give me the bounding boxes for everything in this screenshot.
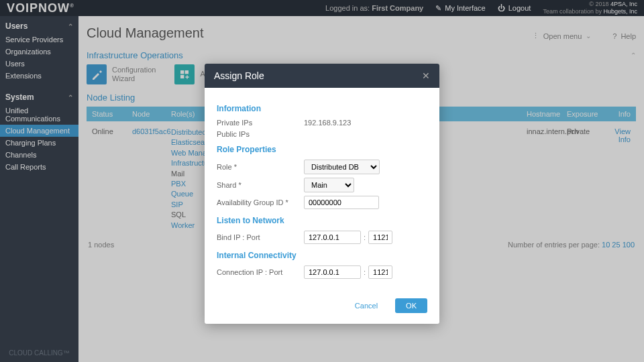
conn-ip-input[interactable] bbox=[304, 265, 361, 279]
label-bind-ip: Bind IP : Port bbox=[217, 233, 304, 241]
shard-select[interactable]: Main bbox=[304, 178, 354, 192]
label-public-ips: Public IPs bbox=[217, 130, 304, 138]
conn-port-input[interactable] bbox=[368, 265, 392, 279]
modal-title: Assign Role bbox=[214, 70, 264, 81]
label-conn-ip: Connection IP : Port bbox=[217, 268, 304, 276]
section-internal: Internal Connectivity bbox=[217, 251, 427, 260]
label-shard: Shard * bbox=[217, 181, 304, 189]
section-role-props: Role Properties bbox=[217, 145, 427, 154]
avail-group-input[interactable] bbox=[304, 196, 379, 209]
bind-ip-input[interactable] bbox=[304, 231, 361, 244]
modal-overlay: Assign Role ✕ Information Private IPs192… bbox=[0, 0, 644, 362]
section-information: Information bbox=[217, 104, 427, 113]
ok-button[interactable]: OK bbox=[395, 298, 427, 313]
bind-port-input[interactable] bbox=[368, 231, 392, 244]
cancel-button[interactable]: Cancel bbox=[344, 298, 388, 313]
role-select[interactable]: Distributed DB bbox=[304, 160, 380, 174]
label-private-ips: Private IPs bbox=[217, 119, 304, 127]
assign-role-modal: Assign Role ✕ Information Private IPs192… bbox=[205, 64, 439, 324]
label-avail-group: Availability Group ID * bbox=[217, 198, 304, 206]
value-private-ips: 192.168.9.123 bbox=[304, 119, 427, 127]
section-listen: Listen to Network bbox=[217, 216, 427, 225]
close-icon[interactable]: ✕ bbox=[422, 70, 430, 81]
label-role: Role * bbox=[217, 163, 304, 171]
